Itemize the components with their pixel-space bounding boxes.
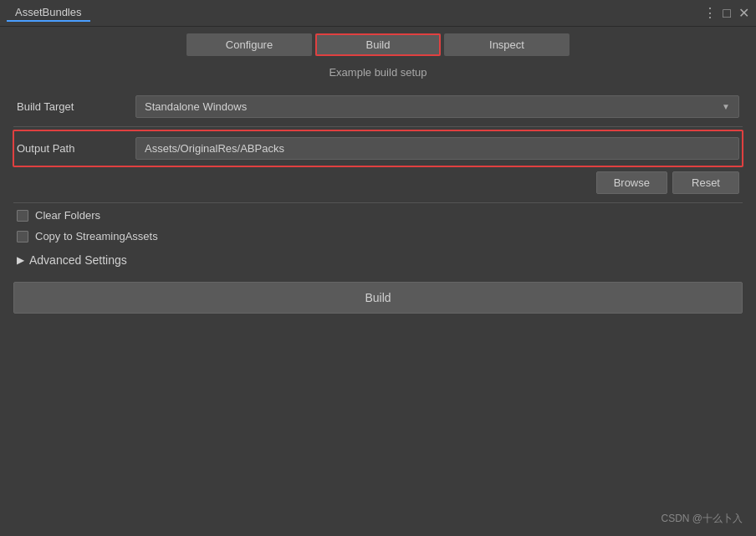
app-title: AssetBundles (7, 4, 90, 22)
browse-button[interactable]: Browse (596, 171, 667, 194)
menu-icon[interactable]: ⋮ (704, 8, 716, 19)
content-area: Build Target Standalone Windows ▼ Output… (0, 89, 756, 536)
title-bar: AssetBundles ⋮ □ ✕ (0, 0, 756, 27)
output-path-input[interactable] (135, 137, 739, 160)
title-bar-left: AssetBundles (7, 4, 90, 22)
copy-streaming-checkbox[interactable] (17, 231, 28, 242)
browse-reset-row: Browse Reset (13, 168, 743, 201)
output-path-row: Output Path (13, 130, 743, 166)
maximize-icon[interactable]: □ (721, 8, 733, 19)
build-button-row: Build (13, 273, 743, 314)
expand-arrow-icon: ▶ (17, 254, 24, 266)
build-target-label: Build Target (17, 100, 125, 113)
divider-1 (13, 126, 743, 127)
dropdown-arrow-icon: ▼ (722, 102, 730, 111)
subtitle-text: Example build setup (0, 63, 756, 89)
build-target-row: Build Target Standalone Windows ▼ (13, 89, 743, 125)
tab-bar: Configure Build Inspect (0, 27, 756, 63)
build-target-value: Standalone Windows (145, 100, 247, 113)
close-icon[interactable]: ✕ (738, 8, 749, 19)
watermark: CSDN @十么卜入 (661, 512, 743, 526)
copy-streaming-row: Copy to StreamingAssets (13, 226, 743, 247)
main-window: AssetBundles ⋮ □ ✕ Configure Build Inspe… (0, 0, 756, 536)
divider-2 (13, 202, 743, 203)
clear-folders-checkbox[interactable] (17, 210, 28, 222)
build-button[interactable]: Build (13, 282, 743, 314)
clear-folders-row: Clear Folders (13, 205, 743, 226)
output-path-label: Output Path (17, 142, 125, 155)
title-bar-controls: ⋮ □ ✕ (704, 8, 749, 19)
advanced-settings-label: Advanced Settings (29, 253, 127, 267)
build-target-dropdown[interactable]: Standalone Windows ▼ (135, 95, 739, 118)
tab-inspect[interactable]: Inspect (444, 33, 570, 56)
tab-configure[interactable]: Configure (186, 33, 312, 56)
clear-folders-label: Clear Folders (35, 209, 100, 222)
copy-streaming-label: Copy to StreamingAssets (35, 230, 158, 242)
advanced-settings-row[interactable]: ▶ Advanced Settings (13, 247, 743, 273)
build-target-control: Standalone Windows ▼ (135, 95, 739, 118)
tab-build[interactable]: Build (315, 33, 441, 56)
reset-button[interactable]: Reset (672, 171, 739, 194)
